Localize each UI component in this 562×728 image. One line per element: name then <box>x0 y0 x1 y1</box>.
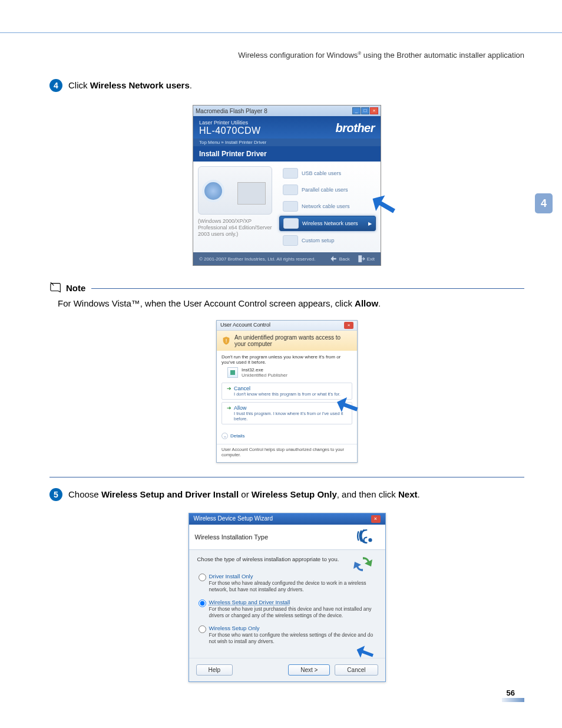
opt3-head: Wireless Setup Only <box>209 625 260 631</box>
wizard-heading: Wireless Installation Type <box>195 533 269 541</box>
note-body: For Windows Vista™, when the User Accoun… <box>49 294 524 309</box>
uac-details-toggle[interactable]: ⌄ Details <box>217 430 357 442</box>
maximize-icon[interactable]: □ <box>361 107 369 114</box>
usb-cable-icon <box>283 168 298 179</box>
uac-titlebar: User Account Control × <box>217 321 357 331</box>
chapter-tab: 4 <box>535 193 553 213</box>
uac-body: Don't run the program unless you know wh… <box>217 351 357 430</box>
uac-allow-head: Allow <box>234 405 347 411</box>
wireless-icon <box>283 218 299 229</box>
step-5: 5 Choose Wireless Setup and Driver Insta… <box>49 488 524 501</box>
note-label: Note <box>66 283 85 293</box>
chevron-down-icon: ⌄ <box>222 433 228 439</box>
installer-opt-network[interactable]: Network cable users <box>279 199 376 213</box>
header-pre: Wireless configuration for Windows <box>238 51 358 60</box>
exit-label[interactable]: Exit <box>367 256 375 262</box>
opt1-desc: For those who have already configured th… <box>209 580 377 593</box>
s5-pre: Choose <box>68 489 101 499</box>
uac-prog-name: Inst32.exe <box>242 367 287 373</box>
step-number-badge: 5 <box>49 488 62 501</box>
ss1-thumbnail <box>198 166 272 215</box>
wizard-body: Chose the type of wireless installation … <box>189 550 385 658</box>
chevron-right-icon: ▶ <box>368 221 372 226</box>
breadcrumb: Top Menu » Install Printer Driver <box>193 139 381 146</box>
ss1-header: Laser Printer Utilities HL-4070CDW broth… <box>193 116 381 139</box>
opt2-desc: For those who have just purchased this d… <box>209 606 377 619</box>
s5-end: . <box>418 489 420 499</box>
printer-icon <box>237 182 266 205</box>
installer-opt-custom[interactable]: Custom setup <box>279 233 376 248</box>
uac-instruction: Don't run the program unless you know wh… <box>222 354 352 365</box>
note-icon <box>49 281 62 294</box>
uac-prog-publisher: Unidentified Publisher <box>242 373 287 378</box>
note-post: . <box>378 298 381 308</box>
wifi-signal-icon <box>343 528 379 546</box>
exit-door-icon[interactable] <box>357 255 365 263</box>
arrow-right-icon: ➔ <box>227 386 232 391</box>
opt-label: Custom setup <box>302 238 335 243</box>
ss1-copyright: © 2001-2007 Brother Industries, Ltd. All… <box>199 256 316 262</box>
wizard-titlebar: Wireless Device Setup Wizard × <box>189 513 385 525</box>
s5-b1: Wireless Setup and Driver Install <box>101 489 239 499</box>
wizard-opt-setup-and-driver[interactable]: Wireless Setup and Driver Install For th… <box>197 599 377 619</box>
step-number: 4 <box>54 81 58 90</box>
installer-opt-parallel[interactable]: Parallel cable users <box>279 183 376 197</box>
step-number: 5 <box>54 490 58 499</box>
running-header: Wireless configuration for Windows® usin… <box>238 51 524 60</box>
uac-footer: User Account Control helps stop unauthor… <box>217 444 357 462</box>
shield-warning-icon: ! <box>222 336 231 345</box>
brother-logo: brother <box>336 121 375 135</box>
radio-driver-only[interactable] <box>199 574 206 581</box>
help-button[interactable]: Help <box>196 664 233 676</box>
opt2-head: Wireless Setup and Driver Install <box>209 599 290 605</box>
step-text: Click Wireless Network users. <box>68 79 192 92</box>
uac-cancel-desc: I don't know where this program is from … <box>234 391 340 397</box>
refresh-arrows-icon <box>349 554 377 575</box>
uac-cancel-head: Cancel <box>234 386 340 391</box>
opt-label: Network cable users <box>302 203 350 209</box>
cancel-button[interactable]: Cancel <box>335 664 378 676</box>
network-cable-icon <box>283 201 298 212</box>
close-icon[interactable]: × <box>344 322 353 329</box>
header-post: using the Brother automatic installer ap… <box>361 51 524 60</box>
wizard-opt-driver-only[interactable]: Driver Install Only For those who have a… <box>197 573 377 593</box>
page-top-rule <box>0 32 562 33</box>
uac-allow-desc: I trust this program. I know where it's … <box>234 411 347 421</box>
custom-setup-icon <box>283 235 298 246</box>
ss1-section-title: Install Printer Driver <box>193 146 381 162</box>
svg-rect-0 <box>358 255 362 262</box>
close-icon[interactable]: × <box>371 515 381 523</box>
uac-program-row: Inst32.exe Unidentified Publisher <box>227 367 352 378</box>
step4-link: Wireless Network users <box>90 80 190 90</box>
installer-opt-wireless[interactable]: Wireless Network users▶ <box>279 216 376 231</box>
back-arrow-icon[interactable] <box>329 255 338 263</box>
step-text: Choose Wireless Setup and Driver Install… <box>68 488 420 501</box>
opt-label: Parallel cable users <box>302 187 348 193</box>
opt1-head: Driver Install Only <box>209 573 253 579</box>
arrow-right-icon: ➔ <box>227 405 232 411</box>
uac-details-label: Details <box>230 433 244 439</box>
screenshot-wizard: Wireless Device Setup Wizard × Wireless … <box>189 513 386 682</box>
opt-label: USB cable users <box>302 170 341 176</box>
ss1-titlebar: Macromedia Flash Player 8 _ □ × <box>193 106 381 116</box>
installer-opt-usb[interactable]: USB cable users <box>279 166 376 180</box>
step-number-badge: 4 <box>49 79 62 92</box>
note-block: Note For Windows Vista™, when the User A… <box>49 281 524 309</box>
radio-setup-and-driver[interactable] <box>199 599 206 607</box>
uac-cancel-option[interactable]: ➔ Cancel I don't know where this program… <box>222 383 352 400</box>
minimize-icon[interactable]: _ <box>352 107 361 114</box>
s5-mid: or <box>239 489 252 499</box>
back-label[interactable]: Back <box>339 256 350 262</box>
radio-setup-only[interactable] <box>199 625 206 633</box>
note-bold: Allow <box>355 298 378 308</box>
close-icon[interactable]: × <box>370 107 378 114</box>
wizard-header: Wireless Installation Type <box>189 525 385 550</box>
uac-main-banner: ! An unidentified program wants access t… <box>217 331 357 351</box>
s5-post: , and then click <box>337 489 398 499</box>
disc-icon <box>202 180 224 202</box>
svg-point-2 <box>368 538 372 542</box>
screenshot-installer: Macromedia Flash Player 8 _ □ × Laser Pr… <box>193 105 381 266</box>
wizard-opt-setup-only[interactable]: Wireless Setup Only For those who want t… <box>197 625 377 645</box>
next-button[interactable]: Next > <box>288 664 330 676</box>
parallel-cable-icon <box>283 185 298 195</box>
